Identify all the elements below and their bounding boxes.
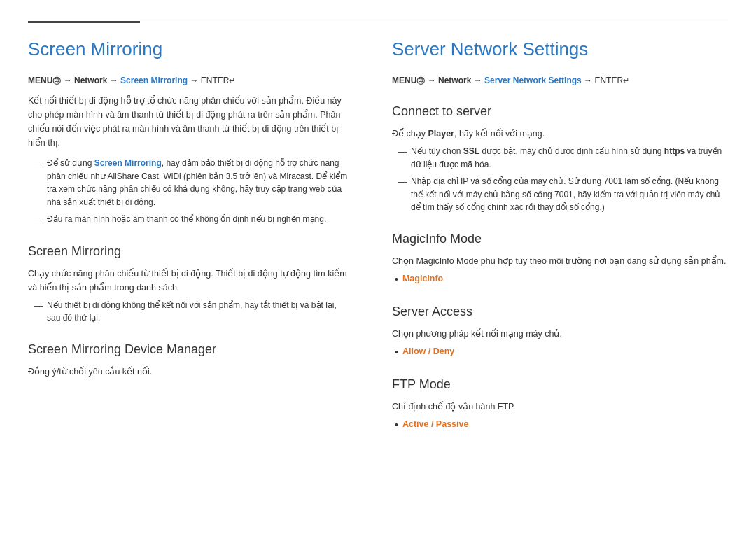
left-bullet-2-text: Đầu ra màn hình hoặc âm thanh có thể khô… — [47, 213, 326, 226]
right-menu-path: MENU㊞ → Network → Server Network Setting… — [392, 74, 728, 87]
magicinfo-body: Chọn MagicInfo Mode phù hợp tùy theo môi… — [392, 254, 728, 268]
ftp-title: FTP Mode — [392, 375, 728, 394]
right-main-title: Server Network Settings — [392, 36, 728, 63]
em-dash-2: — — [34, 213, 43, 227]
dot-icon-3: • — [395, 418, 398, 433]
em-dash-1: — — [34, 157, 43, 171]
left-menu-path: MENU㊞ → Network → Screen Mirroring → ENT… — [28, 74, 350, 87]
em-dash-5: — — [398, 175, 407, 189]
right-menu-path-text: → Network → Server Network Settings → EN… — [425, 76, 629, 85]
magicinfo-title: MagicInfo Mode — [392, 230, 728, 248]
sub1-bullet-text: Nếu thiết bị di động không thể kết nối v… — [47, 299, 350, 325]
server-access-bullet-text: Allow / Deny — [402, 345, 454, 358]
left-bullet-2: — Đầu ra màn hình hoặc âm thanh có thể k… — [28, 213, 350, 227]
left-column: Screen Mirroring MENU㊞ → Network → Scree… — [28, 36, 350, 433]
left-menu-path-text: → Network → Screen Mirroring → ENTER↵ — [61, 76, 235, 85]
left-bullet-1-text: Để sử dụng Screen Mirroring, hãy đảm bảo… — [47, 157, 350, 209]
sub1-body: Chạy chức năng phân chiếu từ thiết bị di… — [28, 267, 350, 295]
main-layout: Screen Mirroring MENU㊞ → Network → Scree… — [0, 36, 756, 433]
connect-bullet-1: — Nếu tùy chọn SSL được bật, máy chủ đượ… — [392, 145, 728, 171]
sub2-body: Đồng ý/từ chối yêu cầu kết nối. — [28, 365, 350, 379]
em-dash-4: — — [398, 145, 407, 159]
em-dash-3: — — [34, 299, 43, 313]
sub1-bullet: — Nếu thiết bị di động không thể kết nối… — [28, 299, 350, 325]
top-border-left — [28, 21, 140, 23]
right-column: Server Network Settings MENU㊞ → Network … — [392, 36, 728, 433]
magicinfo-bullet-text: MagicInfo — [402, 272, 443, 286]
top-border-right — [140, 22, 728, 22]
left-bullet-1: — Để sử dụng Screen Mirroring, hãy đảm b… — [28, 157, 350, 209]
server-access-bullet: • Allow / Deny — [392, 345, 728, 360]
top-border-container — [0, 21, 756, 23]
server-access-body: Chọn phương pháp kết nối mạng máy chủ. — [392, 327, 728, 341]
magicinfo-bullet: • MagicInfo — [392, 272, 728, 287]
connect-title: Connect to server — [392, 102, 728, 121]
ftp-bullet-text: Active / Passive — [402, 418, 469, 431]
dot-icon-1: • — [395, 272, 398, 287]
sub1-title: Screen Mirroring — [28, 242, 350, 261]
ftp-bullet: • Active / Passive — [392, 418, 728, 433]
connect-bullet-2-text: Nhập địa chỉ IP và số cổng của máy chủ. … — [411, 175, 728, 214]
ftp-body: Chỉ định chế độ vận hành FTP. — [392, 400, 728, 414]
connect-bullet-1-text: Nếu tùy chọn SSL được bật, máy chủ được … — [411, 145, 728, 171]
connect-body: Để chạy Player, hãy kết nối với mạng. — [392, 127, 728, 141]
dot-icon-2: • — [395, 345, 398, 360]
sub2-title: Screen Mirroring Device Manager — [28, 340, 350, 359]
server-access-title: Server Access — [392, 302, 728, 321]
left-main-title: Screen Mirroring — [28, 36, 350, 63]
left-intro-text: Kết nối thiết bị di động hỗ trợ tổ chức … — [28, 94, 350, 150]
connect-bullet-2: — Nhập địa chỉ IP và số cổng của máy chủ… — [392, 175, 728, 214]
